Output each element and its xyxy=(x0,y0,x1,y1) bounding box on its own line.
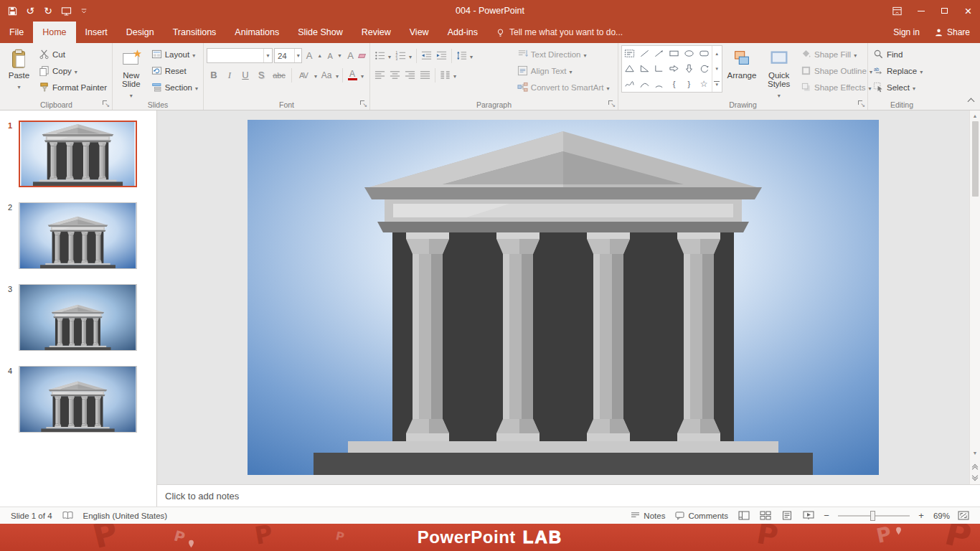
align-right-button[interactable] xyxy=(403,67,417,83)
font-name-dropdown[interactable] xyxy=(263,49,272,62)
vertical-scrollbar[interactable] xyxy=(969,110,980,484)
zoom-slider[interactable] xyxy=(838,515,910,517)
shape-star[interactable] xyxy=(697,77,712,92)
fit-slide-to-window-button[interactable] xyxy=(953,507,974,524)
reading-view-button[interactable] xyxy=(776,507,798,524)
change-case-button[interactable]: Aa xyxy=(319,67,339,83)
tab-insert[interactable]: Insert xyxy=(76,22,117,43)
font-size-input[interactable] xyxy=(275,49,294,62)
shapes-scroll-down[interactable] xyxy=(712,61,722,76)
collapse-ribbon-button[interactable] xyxy=(968,98,975,105)
tab-view[interactable]: View xyxy=(400,22,438,43)
shape-left-brace[interactable] xyxy=(666,77,682,92)
tab-review[interactable]: Review xyxy=(352,22,400,43)
paragraph-dialog-launcher[interactable] xyxy=(608,100,616,108)
text-direction-button[interactable]: Text Direction xyxy=(515,47,615,62)
select-button[interactable]: Select xyxy=(871,80,925,95)
shape-arc[interactable] xyxy=(652,77,667,92)
italic-button[interactable]: I xyxy=(222,67,237,83)
line-spacing-button[interactable] xyxy=(455,48,474,63)
cut-button[interactable]: Cut xyxy=(37,47,109,62)
decrease-indent-button[interactable] xyxy=(420,48,433,63)
shape-arrow-right[interactable] xyxy=(666,61,682,76)
shape-oval[interactable] xyxy=(682,46,697,61)
language-indicator[interactable]: English (United States) xyxy=(78,507,173,524)
shape-fill-button[interactable]: Shape Fill xyxy=(798,47,864,62)
tab-add-ins[interactable]: Add-ins xyxy=(438,22,487,43)
slide-editing-surface[interactable] xyxy=(248,120,879,475)
paste-button[interactable]: Paste xyxy=(4,45,34,98)
arrange-button[interactable]: Arrange xyxy=(725,45,760,98)
align-text-button[interactable]: Align Text xyxy=(515,63,615,78)
scrollbar-thumb[interactable] xyxy=(972,121,979,197)
close-button[interactable] xyxy=(956,0,980,22)
shape-line[interactable] xyxy=(637,46,652,61)
slide-thumbnail-1[interactable] xyxy=(19,121,137,187)
find-button[interactable]: Find xyxy=(871,47,925,62)
tab-design[interactable]: Design xyxy=(117,22,164,43)
shape-arrow-line[interactable] xyxy=(652,46,667,61)
shape-curve[interactable] xyxy=(637,77,652,92)
align-center-button[interactable] xyxy=(388,67,402,83)
tab-transitions[interactable]: Transitions xyxy=(164,22,226,43)
tell-me-box[interactable]: Tell me what you want to do... xyxy=(487,22,631,43)
save-button[interactable] xyxy=(4,2,21,19)
underline-button[interactable]: U xyxy=(238,67,253,83)
redo-button[interactable] xyxy=(39,2,57,19)
increase-indent-button[interactable] xyxy=(435,48,448,63)
notes-toggle-button[interactable]: Notes xyxy=(626,507,670,524)
slide-thumbnail-2[interactable] xyxy=(19,202,137,269)
columns-button[interactable] xyxy=(438,67,458,83)
normal-view-button[interactable] xyxy=(733,507,755,524)
section-button[interactable]: Section xyxy=(149,80,200,95)
next-slide-button[interactable] xyxy=(973,476,977,480)
shape-right-triangle[interactable] xyxy=(637,61,652,76)
font-name-input[interactable] xyxy=(207,49,263,62)
slide-thumbnail-3[interactable] xyxy=(19,284,137,351)
bullets-button[interactable] xyxy=(373,48,392,63)
spell-check-button[interactable] xyxy=(57,507,78,524)
font-size-combo[interactable] xyxy=(274,48,302,63)
numbering-button[interactable]: 123 xyxy=(394,48,413,63)
shape-outline-button[interactable]: Shape Outline xyxy=(798,63,864,78)
shape-triangle[interactable] xyxy=(622,61,637,76)
previous-slide-button[interactable] xyxy=(973,465,977,469)
replace-button[interactable]: ab Replace xyxy=(871,63,925,78)
zoom-level[interactable]: 69% xyxy=(928,512,953,520)
shape-rounded-rectangle[interactable] xyxy=(697,46,712,61)
zoom-out-button[interactable] xyxy=(819,507,834,524)
maximize-button[interactable] xyxy=(933,0,956,22)
clipboard-dialog-launcher[interactable] xyxy=(103,100,110,108)
shape-effects-button[interactable]: Shape Effects xyxy=(798,80,864,95)
share-button[interactable]: Share xyxy=(934,27,970,37)
font-name-combo[interactable] xyxy=(207,48,273,63)
strikethrough-button[interactable]: abc xyxy=(270,67,288,83)
grow-font-button[interactable]: A xyxy=(303,48,324,63)
copy-button[interactable]: Copy xyxy=(37,63,109,78)
shape-text-box[interactable] xyxy=(622,46,637,61)
shape-circular-arrow[interactable] xyxy=(697,61,712,76)
tab-home[interactable]: Home xyxy=(33,22,75,43)
font-dialog-launcher[interactable] xyxy=(360,100,367,108)
quick-styles-button[interactable]: Quick Styles xyxy=(761,45,796,98)
ribbon-display-options-button[interactable] xyxy=(885,0,909,22)
scroll-up-button[interactable] xyxy=(973,110,978,121)
slide-sorter-view-button[interactable] xyxy=(755,507,776,524)
comments-toggle-button[interactable]: Comments xyxy=(670,507,733,524)
bold-button[interactable]: B xyxy=(207,67,221,83)
drawing-dialog-launcher[interactable] xyxy=(858,100,865,108)
justify-button[interactable] xyxy=(418,67,432,83)
layout-button[interactable]: Layout xyxy=(149,47,200,62)
tab-animations[interactable]: Animations xyxy=(225,22,288,43)
new-slide-dropdown[interactable] xyxy=(130,90,133,100)
tab-slide-show[interactable]: Slide Show xyxy=(288,22,352,43)
minimize-button[interactable] xyxy=(909,0,933,22)
shrink-font-button[interactable]: A xyxy=(325,48,344,63)
scroll-down-button[interactable] xyxy=(973,448,978,458)
font-color-button[interactable]: A xyxy=(346,67,364,83)
undo-button[interactable] xyxy=(22,2,39,19)
shape-rectangle[interactable] xyxy=(666,46,682,61)
shapes-gallery-more[interactable] xyxy=(712,77,722,92)
slide-thumbnail-4[interactable] xyxy=(19,366,137,433)
sign-in-link[interactable]: Sign in xyxy=(893,27,920,37)
